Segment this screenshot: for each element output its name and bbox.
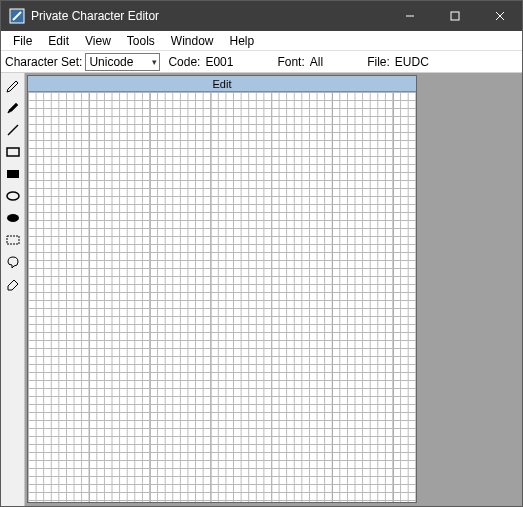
freeform-select-tool[interactable] <box>2 251 24 273</box>
rectangle-outline-tool[interactable] <box>2 141 24 163</box>
menu-file[interactable]: File <box>5 32 40 50</box>
menu-view[interactable]: View <box>77 32 119 50</box>
svg-point-7 <box>7 214 19 222</box>
svg-rect-4 <box>7 148 19 156</box>
ellipse-fill-tool[interactable] <box>2 207 24 229</box>
edit-grid[interactable] <box>28 92 416 502</box>
charset-label: Character Set: <box>1 55 85 69</box>
titlebar: Private Character Editor <box>1 1 522 31</box>
menu-edit[interactable]: Edit <box>40 32 77 50</box>
menu-tools[interactable]: Tools <box>119 32 163 50</box>
window-controls <box>387 1 522 31</box>
window-title: Private Character Editor <box>31 9 387 23</box>
svg-rect-5 <box>7 170 19 178</box>
menubar: File Edit View Tools Window Help <box>1 31 522 51</box>
canvas-title: Edit <box>28 76 416 92</box>
menu-help[interactable]: Help <box>222 32 263 50</box>
close-button[interactable] <box>477 1 522 31</box>
canvas-area: Edit <box>25 73 522 506</box>
svg-point-6 <box>7 192 19 200</box>
menu-window[interactable]: Window <box>163 32 222 50</box>
toolbox <box>1 73 25 506</box>
chevron-down-icon: ▾ <box>152 57 157 67</box>
minimize-button[interactable] <box>387 1 432 31</box>
file-value: EUDC <box>393 55 435 69</box>
font-label: Font: <box>273 55 307 69</box>
font-value: All <box>308 55 329 69</box>
charset-value: Unicode <box>89 55 133 69</box>
svg-rect-8 <box>7 236 19 244</box>
app-icon <box>9 8 25 24</box>
brush-tool[interactable] <box>2 97 24 119</box>
ellipse-outline-tool[interactable] <box>2 185 24 207</box>
code-value: E001 <box>203 55 239 69</box>
line-tool[interactable] <box>2 119 24 141</box>
charset-select[interactable]: Unicode ▾ <box>85 53 160 71</box>
code-label: Code: <box>164 55 203 69</box>
maximize-button[interactable] <box>432 1 477 31</box>
canvas-frame: Edit <box>27 75 417 503</box>
pencil-tool[interactable] <box>2 75 24 97</box>
eraser-tool[interactable] <box>2 273 24 295</box>
app-window: Private Character Editor File Edit View … <box>0 0 523 507</box>
rectangle-fill-tool[interactable] <box>2 163 24 185</box>
infobar: Character Set: Unicode ▾ Code: E001 Font… <box>1 51 522 73</box>
svg-line-3 <box>8 125 18 135</box>
workspace: Edit <box>1 73 522 506</box>
svg-rect-2 <box>451 12 459 20</box>
rect-select-tool[interactable] <box>2 229 24 251</box>
file-label: File: <box>363 55 393 69</box>
